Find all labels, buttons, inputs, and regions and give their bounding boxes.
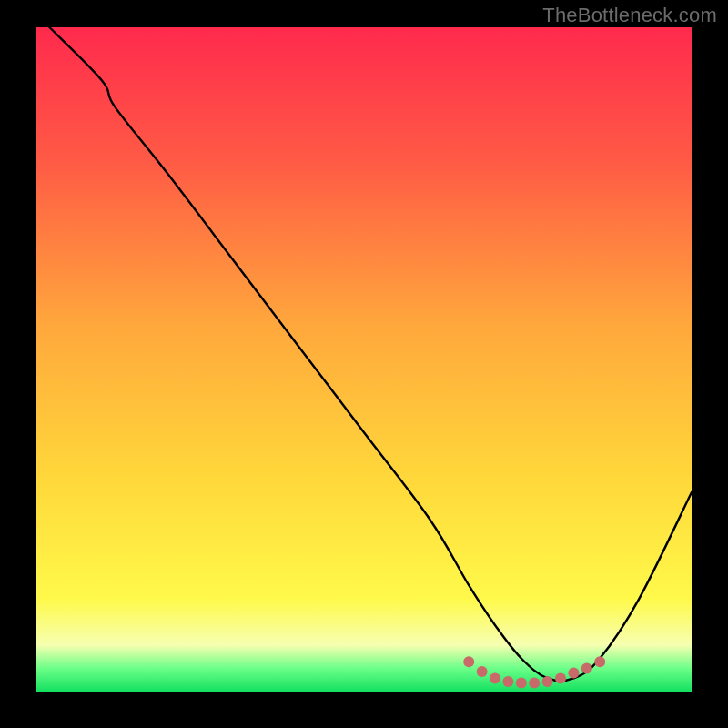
marker-dot	[490, 672, 500, 683]
marker-dot	[502, 676, 513, 687]
marker-dot	[594, 656, 605, 667]
marker-dot	[555, 672, 566, 683]
marker-dot	[477, 666, 488, 677]
marker-dot	[568, 668, 579, 679]
marker-dot	[516, 678, 527, 689]
marker-dot	[463, 656, 474, 667]
bottleneck-chart	[0, 0, 728, 728]
chart-frame: TheBottleneck.com	[0, 0, 728, 728]
marker-dot	[529, 678, 540, 689]
marker-dot	[542, 676, 553, 687]
watermark-text: TheBottleneck.com	[542, 4, 717, 27]
marker-dot	[581, 662, 592, 673]
plot-background	[36, 27, 692, 692]
